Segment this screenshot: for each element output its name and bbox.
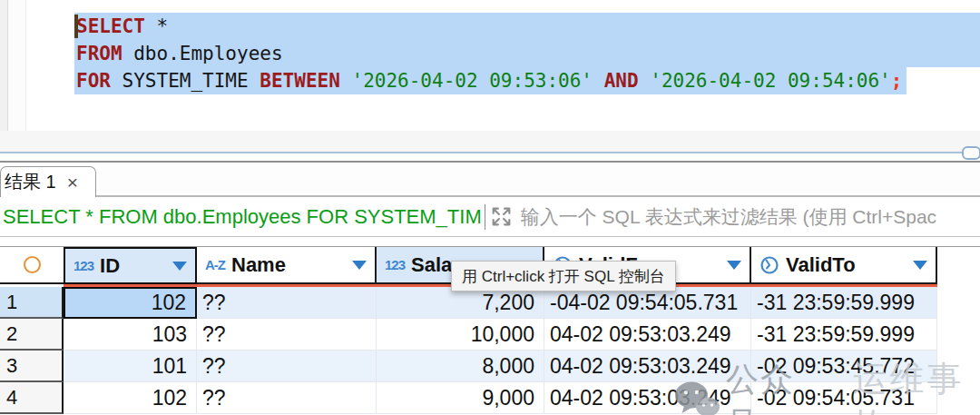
column-dropdown-icon[interactable]: [913, 261, 927, 270]
table-row-3[interactable]: 3101??8,00004-02 09:53:03.249-02 09:53:4…: [0, 351, 980, 382]
column-dropdown-icon[interactable]: [727, 261, 741, 270]
sql-token-keyword: AND: [604, 70, 639, 92]
numeric-type-icon: 123: [385, 257, 405, 272]
sql-token-keyword: FOR: [76, 70, 111, 92]
column-dropdown-icon[interactable]: [172, 262, 187, 271]
column-header-validto[interactable]: ValidTo: [751, 247, 937, 284]
cell-salary-row-4[interactable]: 9,000: [377, 382, 544, 414]
sql-line-2[interactable]: FROM dbo.Employees: [74, 40, 980, 67]
table-row-2[interactable]: 2103??10,00004-02 09:53:03.249-31 23:59:…: [0, 319, 980, 351]
cell-validto-row-3[interactable]: -02 09:53:45.772: [751, 351, 937, 382]
sql-token-string: '2026-04-02 09:53:06': [351, 70, 593, 92]
editor-left-edge: [0, 0, 8, 131]
cell-id-row-1[interactable]: 102: [64, 287, 197, 319]
cell-salary-row-3[interactable]: 8,000: [377, 351, 544, 382]
cell-validfrom-row-3[interactable]: 04-02 09:53:03.249: [544, 351, 751, 382]
sql-token-keyword: BETWEEN: [260, 70, 340, 92]
table-row-4[interactable]: 4102??9,00004-02 09:53:03.249-02 09:54:0…: [0, 382, 980, 414]
filter-bar[interactable]: SELECT * FROM dbo.Employees FOR SYSTEM_T…: [0, 197, 980, 237]
cell-validto-row-1[interactable]: -31 23:59:59.999: [751, 287, 937, 319]
cell-name-row-2[interactable]: ??: [197, 319, 377, 351]
cell-validto-row-2[interactable]: -31 23:59:59.999: [751, 319, 937, 351]
numeric-type-icon: 123: [74, 258, 93, 273]
sql-token-plain: *: [145, 15, 168, 37]
sash-handle[interactable]: [962, 146, 980, 160]
row-number-1[interactable]: 1: [0, 287, 64, 319]
sql-token-keyword: SELECT: [76, 15, 145, 37]
grid-corner-cell[interactable]: [0, 247, 64, 284]
split-sash[interactable]: [0, 152, 980, 153]
clock-icon: [760, 255, 779, 275]
tab-label: 结果 1: [5, 170, 56, 194]
sql-token-plain: [340, 70, 352, 92]
filter-placeholder: 输入一个 SQL 表达式来过滤结果 (使用 Ctrl+Spac: [521, 204, 936, 230]
editor-annotation-ruler: [8, 0, 26, 131]
row-number-4[interactable]: 4: [0, 382, 64, 414]
sql-line-3[interactable]: FOR SYSTEM_TIME BETWEEN '2026-04-02 09:5…: [74, 67, 980, 94]
cell-name-row-3[interactable]: ??: [197, 351, 377, 382]
column-header-name[interactable]: A-ZName: [197, 247, 377, 284]
sql-token-plain: SYSTEM_TIME: [111, 70, 260, 92]
cell-salary-row-2[interactable]: 10,000: [377, 319, 544, 351]
cell-name-row-4[interactable]: ??: [197, 382, 377, 414]
cell-id-row-4[interactable]: 102: [64, 382, 197, 414]
sql-token-semicolon: ;: [891, 70, 903, 92]
sql-editor[interactable]: SELECT *FROM dbo.EmployeesFOR SYSTEM_TIM…: [0, 0, 980, 131]
sql-token-plain: dbo.Employees: [122, 43, 283, 64]
tooltip-text: 用 Ctrl+click 打开 SQL 控制台: [462, 266, 665, 287]
row-filler: [937, 319, 980, 351]
sql-token-plain: [639, 70, 651, 92]
cell-validto-row-4[interactable]: -02 09:54:05.731: [751, 382, 937, 414]
sql-code[interactable]: SELECT *FROM dbo.EmployeesFOR SYSTEM_TIM…: [74, 13, 980, 94]
row-number-2[interactable]: 2: [0, 319, 64, 351]
column-dropdown-icon[interactable]: [352, 261, 367, 270]
results-tabbar: 结果 1 ×: [0, 163, 980, 197]
key-circle-icon: [24, 256, 41, 273]
row-number-3[interactable]: 3: [0, 351, 64, 382]
column-label-validto: ValidTo: [786, 253, 856, 277]
column-label-id: ID: [100, 254, 120, 278]
header-filler: [937, 247, 980, 284]
tab-result-1[interactable]: 结果 1 ×: [0, 166, 96, 197]
text-caret: [74, 15, 78, 38]
sql-token-keyword: FROM: [76, 43, 122, 64]
sql-token-plain: [593, 70, 604, 92]
table-row-1[interactable]: 1102??7,200-04-02 09:54:05.731-31 23:59:…: [0, 287, 980, 319]
dbeaver-window: SELECT *FROM dbo.EmployeesFOR SYSTEM_TIM…: [0, 0, 980, 415]
cell-id-row-2[interactable]: 103: [64, 319, 197, 351]
cell-validfrom-row-4[interactable]: 04-02 09:53:03.249: [544, 382, 751, 414]
grid-body: 1102??7,200-04-02 09:54:05.731-31 23:59:…: [0, 287, 980, 414]
row-filler: [937, 382, 980, 414]
cell-id-row-3[interactable]: 101: [64, 351, 197, 382]
close-icon[interactable]: ×: [67, 173, 78, 192]
row-filler: [937, 287, 980, 319]
cell-validfrom-row-2[interactable]: 04-02 09:53:03.249: [544, 319, 751, 351]
cell-salary-row-1[interactable]: 7,200: [377, 287, 544, 319]
tooltip: 用 Ctrl+click 打开 SQL 控制台: [451, 261, 676, 291]
filter-sql-text[interactable]: SELECT * FROM dbo.Employees FOR SYSTEM_T…: [0, 205, 482, 229]
sql-line-1[interactable]: SELECT *: [74, 13, 980, 40]
column-label-name: Name: [231, 253, 286, 277]
row-filler: [937, 351, 980, 382]
text-cursor: [485, 204, 485, 230]
text-type-icon: A-Z: [205, 257, 225, 272]
sql-token-string: '2026-04-02 09:54:06': [650, 70, 891, 92]
expand-arrows-icon[interactable]: [489, 204, 514, 229]
editor-bottom-band: [0, 131, 980, 152]
column-header-id[interactable]: 123ID: [64, 247, 197, 284]
cell-validfrom-row-1[interactable]: -04-02 09:54:05.731: [544, 287, 751, 319]
cell-name-row-1[interactable]: ??: [197, 287, 377, 319]
